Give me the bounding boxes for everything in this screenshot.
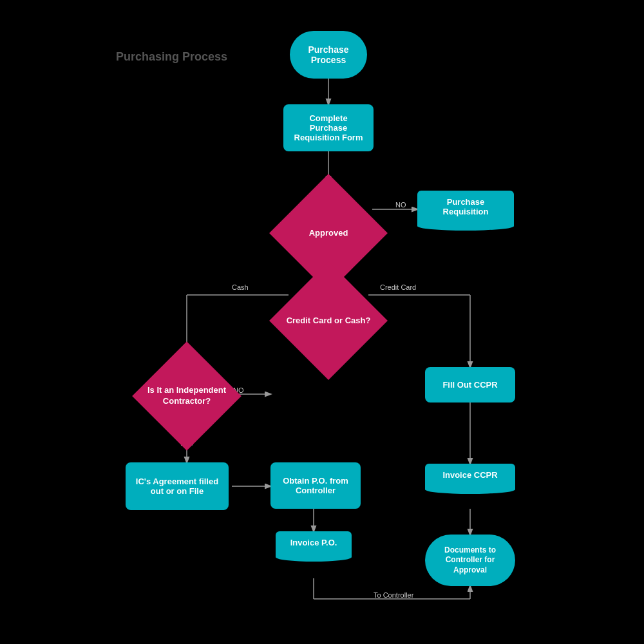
cash-label: Cash [232, 283, 249, 291]
invoice-po-node: Invoice P.O. [276, 531, 352, 554]
obtain-po-node: Obtain P.O. from Controller [270, 462, 361, 509]
to-controller-label: To Controller [374, 591, 413, 599]
credit-card-cash-diamond: Credit Card or Cash? [278, 270, 379, 371]
complete-form-node: Complete Purchase Requisition Form [283, 104, 374, 151]
independent-contractor-diamond: Is It an Independent Contractor? [142, 351, 232, 441]
docs-controller-node: Documents to Controller for Approval [425, 535, 515, 586]
start-node: Purchase Process [290, 31, 367, 79]
invoice-ccpr-node: Invoice CCPR [425, 464, 515, 486]
diagram-title: Purchasing Process [116, 50, 227, 64]
ic-agreement-node: IC's Agreement filled out or on File [126, 462, 229, 510]
fill-ccpr-node: Fill Out CCPR [425, 367, 515, 402]
credit-card-label: Credit Card [380, 283, 416, 291]
purchase-requisition-node: Purchase Requisition [417, 191, 514, 223]
no-label-approved: NO [395, 201, 406, 209]
